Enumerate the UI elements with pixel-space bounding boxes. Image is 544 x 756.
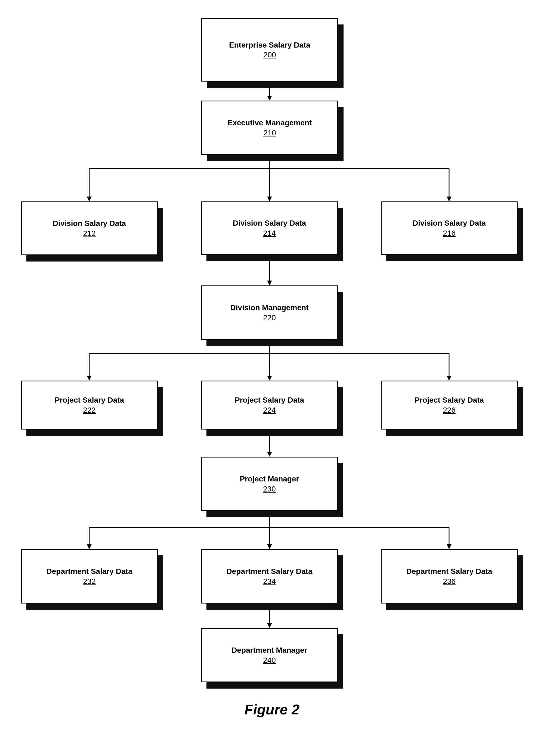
enterprise-id: 200 [263,51,276,59]
proj224-node: Project Salary Data 224 [201,381,338,430]
div214-node: Division Salary Data 214 [201,201,338,255]
div-mgmt-id: 220 [263,313,276,322]
div-mgmt-node: Division Management 220 [201,285,338,340]
proj224-label: Project Salary Data [235,396,304,405]
div212-id: 212 [83,229,96,238]
svg-marker-7 [267,197,272,201]
svg-marker-34 [267,623,272,628]
figure-caption: Figure 2 [244,701,300,718]
exec-mgmt-node: Executive Management 210 [201,101,338,155]
dept236-label: Department Salary Data [406,567,492,576]
exec-mgmt-id: 210 [263,129,276,137]
proj226-label: Project Salary Data [415,396,484,405]
dept232-label: Department Salary Data [46,567,132,576]
dept234-node: Department Salary Data 234 [201,549,338,603]
svg-marker-12 [267,281,272,285]
svg-marker-10 [447,197,452,201]
div216-node: Division Salary Data 216 [381,201,518,255]
dept236-node: Department Salary Data 236 [381,549,518,603]
proj222-label: Project Salary Data [55,396,124,405]
enterprise-node: Enterprise Salary Data 200 [201,18,338,82]
svg-marker-27 [87,544,92,549]
proj226-id: 226 [443,406,456,415]
div216-id: 216 [443,229,456,238]
svg-marker-23 [267,452,272,457]
svg-marker-18 [267,376,272,381]
svg-marker-1 [267,96,272,101]
exec-mgmt-label: Executive Management [228,118,312,127]
proj224-id: 224 [263,406,276,415]
div212-label: Division Salary Data [53,219,126,228]
div214-id: 214 [263,229,276,238]
dept-mgr-label: Department Manager [231,646,308,655]
dept-mgr-node: Department Manager 240 [201,628,338,682]
svg-marker-32 [447,544,452,549]
div216-label: Division Salary Data [413,219,486,228]
dept234-label: Department Salary Data [226,567,313,576]
div-mgmt-label: Division Management [230,303,309,312]
enterprise-label: Enterprise Salary Data [229,41,310,50]
proj-mgr-label: Project Manager [240,474,299,484]
dept236-id: 236 [443,577,456,586]
proj226-node: Project Salary Data 226 [381,381,518,430]
svg-marker-5 [87,197,92,201]
diagram: Enterprise Salary Data 200 Executive Man… [0,0,544,734]
dept232-id: 232 [83,577,96,586]
svg-marker-29 [267,544,272,549]
proj222-node: Project Salary Data 222 [21,381,158,430]
svg-marker-21 [447,376,452,381]
dept-mgr-id: 240 [263,656,276,665]
proj-mgr-node: Project Manager 230 [201,457,338,511]
proj-mgr-id: 230 [263,485,276,493]
dept234-id: 234 [263,577,276,586]
div214-label: Division Salary Data [233,219,306,228]
div212-node: Division Salary Data 212 [21,201,158,255]
dept232-node: Department Salary Data 232 [21,549,158,603]
proj222-id: 222 [83,406,96,415]
svg-marker-16 [87,376,92,381]
